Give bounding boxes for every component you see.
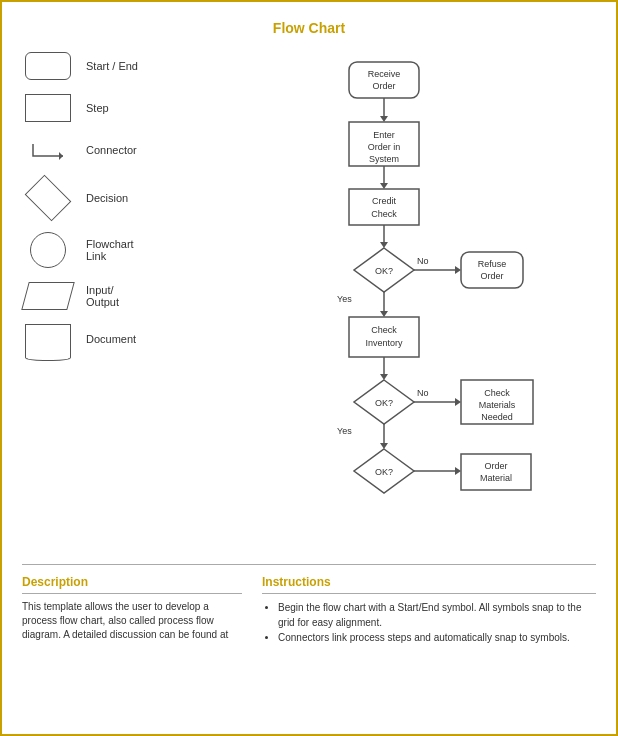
main-content: Start / End Step Connector	[22, 52, 596, 552]
legend-label-decision: Decision	[86, 192, 128, 204]
bottom-section: Description This template allows the use…	[22, 564, 596, 645]
svg-text:Yes: Yes	[337, 294, 352, 304]
svg-marker-37	[455, 398, 461, 406]
legend-item-decision: Decision	[22, 178, 222, 218]
svg-marker-5	[380, 116, 388, 122]
shape-container-start-end	[22, 52, 74, 80]
legend-label-input-output: Input/Output	[86, 284, 119, 308]
svg-text:Order: Order	[372, 81, 395, 91]
svg-text:Credit: Credit	[372, 196, 397, 206]
shape-container-circle	[22, 232, 74, 268]
legend: Start / End Step Connector	[22, 52, 222, 552]
connector-svg	[25, 136, 71, 164]
svg-text:No: No	[417, 388, 429, 398]
description-section: Description This template allows the use…	[22, 575, 242, 645]
svg-rect-1	[349, 62, 419, 98]
svg-text:System: System	[369, 154, 399, 164]
svg-marker-27	[380, 311, 388, 317]
svg-marker-0	[59, 152, 63, 160]
instructions-list: Begin the flow chart with a Start/End sy…	[262, 600, 596, 645]
legend-label-start-end: Start / End	[86, 60, 138, 72]
svg-text:Enter: Enter	[373, 130, 395, 140]
svg-text:Check: Check	[484, 388, 510, 398]
shape-parallelogram	[21, 282, 75, 310]
legend-item-step: Step	[22, 94, 222, 122]
legend-item-start-end: Start / End	[22, 52, 222, 80]
instruction-item-2: Connectors link process steps and automa…	[278, 630, 596, 645]
svg-text:OK?: OK?	[375, 266, 393, 276]
shape-container-document	[22, 324, 74, 354]
shape-document	[25, 324, 71, 354]
svg-rect-49	[461, 454, 531, 490]
svg-rect-12	[349, 189, 419, 225]
svg-text:Inventory: Inventory	[365, 338, 403, 348]
svg-text:OK?: OK?	[375, 398, 393, 408]
svg-text:Yes: Yes	[337, 426, 352, 436]
svg-rect-22	[461, 252, 523, 288]
svg-text:Check: Check	[371, 325, 397, 335]
legend-label-step: Step	[86, 102, 109, 114]
svg-text:Receive: Receive	[368, 69, 401, 79]
description-heading: Description	[22, 575, 242, 594]
legend-label-flowchart-link: FlowchartLink	[86, 238, 134, 262]
shape-container-connector	[22, 136, 74, 164]
svg-text:Material: Material	[480, 473, 512, 483]
legend-item-document: Document	[22, 324, 222, 354]
shape-container-step	[22, 94, 74, 122]
svg-marker-11	[380, 183, 388, 189]
description-text: This template allows the user to develop…	[22, 600, 242, 642]
legend-label-document: Document	[86, 333, 136, 345]
shape-container-decision	[22, 178, 74, 218]
svg-text:Order: Order	[484, 461, 507, 471]
svg-text:No: No	[417, 256, 429, 266]
legend-item-flowchart-link: FlowchartLink	[22, 232, 222, 268]
legend-item-input-output: Input/Output	[22, 282, 222, 310]
instructions-section: Instructions Begin the flow chart with a…	[262, 575, 596, 645]
svg-text:Materials: Materials	[479, 400, 516, 410]
shape-container-parallelogram	[22, 282, 74, 310]
page: Flow Chart Start / End Step	[0, 0, 618, 736]
legend-item-connector: Connector	[22, 136, 222, 164]
svg-text:OK?: OK?	[375, 467, 393, 477]
svg-rect-28	[349, 317, 419, 357]
page-title: Flow Chart	[22, 20, 596, 36]
legend-label-connector: Connector	[86, 144, 137, 156]
svg-text:Order: Order	[480, 271, 503, 281]
svg-text:Check: Check	[371, 209, 397, 219]
svg-marker-48	[455, 467, 461, 475]
shape-rect	[25, 94, 71, 122]
svg-text:Needed: Needed	[481, 412, 513, 422]
instruction-item-1: Begin the flow chart with a Start/End sy…	[278, 600, 596, 630]
shape-circle	[30, 232, 66, 268]
flowchart: Receive Order Enter Order in System Cred…	[222, 52, 596, 552]
svg-text:Order in: Order in	[368, 142, 401, 152]
shape-diamond	[25, 175, 72, 222]
svg-text:Refuse: Refuse	[478, 259, 507, 269]
flowchart-svg: Receive Order Enter Order in System Cred…	[222, 52, 596, 552]
shape-rounded-rect	[25, 52, 71, 80]
svg-marker-21	[455, 266, 461, 274]
instructions-heading: Instructions	[262, 575, 596, 594]
